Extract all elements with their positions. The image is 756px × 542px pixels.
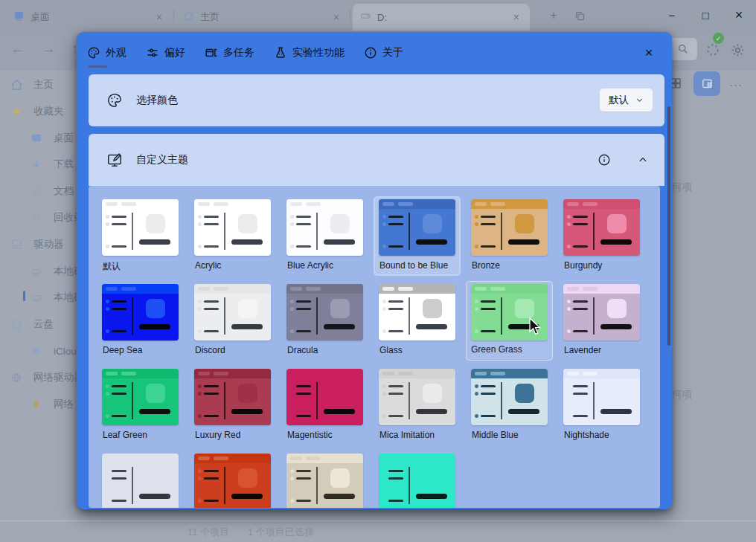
theme-preview-folder	[146, 299, 165, 318]
theme-preview-divider	[132, 382, 133, 419]
theme-card-Mica Imitation[interactable]: Mica Imitation	[374, 366, 461, 445]
theme-card-Magentistic[interactable]: Magentistic	[281, 366, 368, 445]
theme-preview	[379, 284, 455, 341]
theme-preview-tab	[567, 287, 579, 291]
theme-preview	[194, 284, 271, 341]
tab-close-icon[interactable]: ×	[153, 11, 165, 23]
theme-card-row4-3[interactable]	[374, 451, 461, 508]
theme-preview	[102, 369, 179, 425]
new-tab-button[interactable]: +	[544, 6, 563, 25]
theme-card-row4-1[interactable]	[189, 451, 276, 508]
theme-preview-line	[573, 223, 588, 225]
theme-card-Dracula[interactable]: Dracula	[281, 281, 368, 361]
settings-tab-外观[interactable]: 外观	[87, 32, 126, 73]
theme-preview-line	[388, 223, 403, 225]
theme-preview-titlebar	[194, 284, 271, 294]
theme-card-Lavender[interactable]: Lavender	[558, 281, 645, 361]
home-icon	[10, 78, 23, 91]
tab-close-icon[interactable]: ×	[330, 11, 342, 23]
theme-preview	[379, 199, 455, 256]
theme-preview-dot	[475, 307, 478, 311]
pane-text-fragment: 何项	[672, 388, 692, 401]
theme-preview-line	[204, 245, 219, 248]
theme-name: Blue Acrylic	[287, 260, 333, 271]
maximize-button[interactable]: □	[689, 0, 722, 30]
theme-card-Burgundy[interactable]: Burgundy	[558, 196, 645, 276]
sidebar-item-label: 网络	[54, 398, 74, 411]
theme-card-Blue Acrylic[interactable]: Blue Acrylic	[281, 196, 368, 276]
settings-tab-实验性功能[interactable]: 实验性功能	[274, 32, 345, 73]
custom-theme-section[interactable]: 自定义主题	[89, 134, 664, 186]
tab-close-icon[interactable]: ×	[510, 11, 522, 23]
search-icon[interactable]	[669, 38, 697, 60]
desktop-icon	[30, 132, 43, 145]
theme-card-Middle Blue[interactable]: Middle Blue	[466, 366, 553, 445]
sidebar-selection-indicator	[23, 291, 25, 301]
back-icon[interactable]: ←	[10, 41, 25, 57]
theme-card-Leaf Green[interactable]: Leaf Green	[97, 366, 184, 445]
theme-card-Discord[interactable]: Discord	[189, 281, 276, 361]
theme-card-row4-2[interactable]	[281, 451, 368, 508]
theme-preview-dot	[567, 222, 571, 226]
forward-icon[interactable]: →	[42, 41, 56, 57]
theme-preview-tab	[214, 456, 228, 460]
theme-preview-line	[481, 393, 496, 395]
theme-preview-dot	[198, 222, 202, 226]
theme-card-Bound to be Blue[interactable]: Bound to be Blue	[374, 196, 461, 276]
minimize-button[interactable]: −	[656, 0, 688, 30]
dialog-scrollbar[interactable]	[667, 106, 670, 346]
theme-preview-textbar	[324, 239, 355, 245]
theme-preview-divider	[409, 213, 410, 250]
theme-preview-titlebar	[471, 369, 548, 378]
window-tab-0[interactable]: 桌面×	[6, 4, 173, 30]
window-tab-2[interactable]: D:×	[353, 4, 530, 30]
theme-preview-divider	[593, 297, 595, 335]
dialog-close-button[interactable]: ×	[636, 41, 662, 65]
theme-preview-line	[112, 223, 126, 225]
theme-preview-dot	[290, 222, 294, 226]
sliders-icon	[146, 46, 159, 59]
theme-preview	[563, 199, 640, 256]
settings-tab-多任务[interactable]: 多任务	[205, 32, 254, 73]
theme-preview	[286, 454, 363, 508]
theme-preview-dot	[106, 384, 109, 388]
chevron-up-icon[interactable]	[632, 149, 654, 171]
theme-preview-textbar	[324, 324, 355, 329]
theme-card-Acrylic[interactable]: Acrylic	[189, 196, 276, 276]
theme-preview-tab	[198, 287, 210, 291]
theme-card-Bronze[interactable]: Bronze	[466, 196, 553, 276]
sidebar-item-label: iClou	[54, 346, 77, 357]
more-icon[interactable]: ···	[725, 75, 746, 93]
theme-preview-folder	[330, 468, 350, 488]
theme-preview-divider	[316, 297, 318, 335]
info-icon[interactable]	[593, 149, 615, 171]
theme-name: Lavender	[564, 345, 601, 355]
duplicate-tab-icon[interactable]	[570, 6, 589, 25]
theme-card-Nightshade[interactable]: Nightshade	[558, 366, 645, 445]
settings-tab-偏好[interactable]: 偏好	[146, 32, 185, 73]
theme-preview-textbar	[139, 324, 170, 329]
theme-preview-line	[388, 216, 403, 218]
theme-card-row4-0[interactable]	[97, 451, 184, 508]
theme-preview-divider	[593, 213, 595, 250]
color-mode-dropdown[interactable]: 默认	[600, 88, 653, 112]
theme-card-Glass[interactable]: Glass	[374, 281, 461, 361]
theme-preview-dot	[290, 499, 294, 503]
close-window-button[interactable]: ×	[723, 0, 755, 30]
theme-card-Luxury Red[interactable]: Luxury Red	[189, 366, 276, 445]
sidebar: 主页★收藏夹桌面下载文档回收站驱动器本地磁本地磁云盘iClou网络驱动器网络	[0, 71, 83, 520]
gear-icon[interactable]	[728, 40, 747, 59]
theme-card-Deep Sea[interactable]: Deep Sea	[97, 281, 184, 361]
settings-tab-关于[interactable]: 关于	[364, 32, 403, 73]
mouse-cursor	[529, 317, 543, 335]
preview-pane-button[interactable]	[693, 71, 720, 96]
window-tab-1[interactable]: 主页×	[176, 4, 350, 30]
info-icon	[364, 46, 377, 59]
theme-card-默认[interactable]: 默认	[97, 196, 184, 276]
theme-name: Glass	[379, 345, 403, 355]
theme-preview-titlebar	[563, 369, 640, 378]
window-tab-strip: 桌面×主页×D:× + − □ ×	[0, 0, 756, 30]
theme-preview-folder	[423, 384, 442, 403]
theme-preview-textbar	[416, 409, 447, 414]
theme-preview-tab	[290, 456, 302, 460]
